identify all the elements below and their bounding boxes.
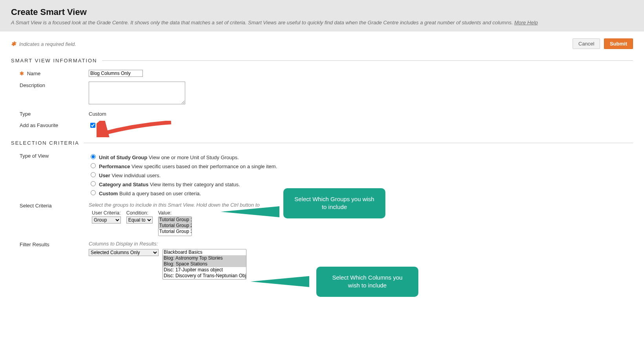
view-type-label: Type of View bbox=[20, 152, 89, 197]
value-groups-select[interactable]: Tutorial Group 1 Tutorial Group 2 Tutori… bbox=[158, 216, 192, 236]
submit-button[interactable]: Submit bbox=[604, 38, 633, 49]
radio-desc: View items by their category and status. bbox=[150, 182, 240, 187]
radio-desc: View individual users. bbox=[112, 173, 161, 178]
callout-groups: Select Which Groups you wish to include bbox=[283, 188, 385, 218]
callout-tail-icon bbox=[250, 276, 309, 287]
radio-name: Performance bbox=[99, 164, 130, 169]
radio-input-category[interactable] bbox=[91, 181, 96, 186]
divider bbox=[102, 60, 633, 61]
radio-input-performance[interactable] bbox=[91, 163, 96, 168]
more-help-link[interactable]: More Help bbox=[514, 20, 538, 25]
section-criteria-heading: SELECTION CRITERIA bbox=[11, 140, 633, 146]
top-bar: ✱ Indicates a required field. Cancel Sub… bbox=[11, 38, 633, 49]
radio-desc: Build a query based on user criteria. bbox=[119, 191, 201, 196]
radio-input-unit[interactable] bbox=[91, 154, 96, 159]
row-type: Type Custom bbox=[11, 108, 633, 119]
callout-text: Select Which Columns you wish to include bbox=[332, 274, 402, 289]
favourite-checkbox[interactable] bbox=[90, 123, 95, 128]
section-info-heading: SMART VIEW INFORMATION bbox=[11, 58, 633, 64]
description-input[interactable] bbox=[89, 82, 185, 104]
radio-custom: Custom Build a query based on user crite… bbox=[89, 188, 277, 197]
callout-tail-icon bbox=[221, 206, 279, 217]
filter-results-label: Filter Results bbox=[20, 241, 89, 280]
required-text: Indicates a required field. bbox=[19, 41, 76, 47]
action-buttons: Cancel Submit bbox=[573, 38, 633, 49]
section-criteria-label: SELECTION CRITERIA bbox=[11, 140, 79, 146]
filter-columns-select[interactable]: Blackboard Basics Blog: Astronomy Top St… bbox=[162, 249, 246, 280]
section-info-label: SMART VIEW INFORMATION bbox=[11, 58, 97, 64]
page-desc-text: A Smart View is a focused look at the Gr… bbox=[11, 20, 513, 25]
radio-user: User View individual users. bbox=[89, 170, 277, 179]
asterisk-icon: ✱ bbox=[20, 71, 24, 76]
page-title: Create Smart View bbox=[11, 7, 633, 17]
name-label: ✱ Name bbox=[20, 70, 89, 77]
type-value: Custom bbox=[89, 110, 106, 117]
condition-label: Condition: bbox=[126, 210, 153, 216]
row-description: Description bbox=[11, 79, 633, 108]
type-label: Type bbox=[20, 110, 89, 117]
radio-name: Unit of Study Group bbox=[99, 155, 147, 160]
description-label: Description bbox=[20, 82, 89, 105]
favourite-label: Add as Favourite bbox=[20, 122, 89, 129]
value-label: Value: bbox=[158, 210, 192, 216]
radio-name: Custom bbox=[99, 191, 118, 196]
cancel-button[interactable]: Cancel bbox=[573, 38, 600, 49]
row-favourite: Add as Favourite bbox=[11, 119, 633, 131]
header: Create Smart View A Smart View is a focu… bbox=[0, 0, 644, 31]
radio-input-user[interactable] bbox=[91, 172, 96, 177]
radio-input-custom[interactable] bbox=[91, 190, 96, 195]
filter-hint: Columns to Display in Results: bbox=[89, 241, 246, 247]
radio-unit-of-study-group: Unit of Study Group View one or more Uni… bbox=[89, 152, 277, 161]
callout-columns: Select Which Columns you wish to include bbox=[316, 267, 418, 297]
divider bbox=[84, 143, 633, 143]
page-description: A Smart View is a focused look at the Gr… bbox=[11, 20, 633, 25]
name-label-text: Name bbox=[27, 71, 41, 76]
radio-desc: View one or more Unit of Study Groups. bbox=[149, 155, 239, 160]
radio-name: User bbox=[99, 173, 110, 178]
required-note: ✱ Indicates a required field. bbox=[11, 40, 76, 47]
user-criteria-select[interactable]: Group bbox=[92, 216, 121, 224]
view-type-options: Unit of Study Group View one or more Uni… bbox=[89, 152, 277, 197]
select-criteria-label: Select Criteria bbox=[20, 202, 89, 236]
name-input[interactable] bbox=[89, 70, 143, 77]
callout-text: Select Which Groups you wish to include bbox=[294, 196, 374, 210]
asterisk-icon: ✱ bbox=[11, 40, 16, 47]
radio-performance: Performance View specific users based on… bbox=[89, 161, 277, 170]
filter-mode-select[interactable]: Selected Columns Only bbox=[89, 249, 159, 256]
row-name: ✱ Name bbox=[11, 67, 633, 79]
radio-desc: View specific users based on their perfo… bbox=[131, 164, 277, 169]
user-criteria-label: User Criteria: bbox=[92, 210, 121, 216]
radio-name: Category and Status bbox=[99, 182, 148, 187]
condition-select[interactable]: Equal to bbox=[126, 216, 153, 224]
radio-category-status: Category and Status View items by their … bbox=[89, 179, 277, 188]
